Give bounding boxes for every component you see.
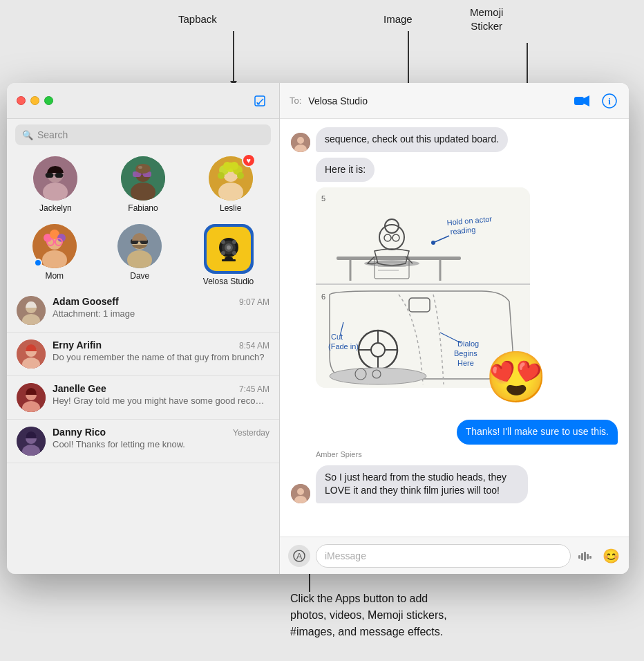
svg-rect-0	[255, 96, 265, 106]
svg-text:(Fade in): (Fade in)	[328, 342, 359, 351]
minimize-button[interactable]	[30, 96, 39, 105]
pinned-fabiano[interactable]: Fabiano	[121, 156, 165, 213]
svg-point-19	[135, 164, 151, 174]
svg-point-27	[218, 172, 225, 179]
conv-danny-time: Yesterday	[233, 428, 269, 438]
conv-danny-preview: Cool! Thanks for letting me know.	[53, 439, 269, 449]
msg-row-amber: So I just heard from the studio heads, t…	[291, 465, 618, 503]
compose-button[interactable]	[250, 91, 269, 111]
conversation-list: Adam Gooseff 9:07 AM Attachment: 1 image	[7, 289, 279, 574]
svg-point-53	[221, 251, 225, 255]
apps-button[interactable]: A	[288, 545, 310, 567]
msg-row-incoming-1: sequence, check out this updated board.	[291, 127, 618, 152]
svg-point-51	[221, 240, 225, 244]
search-bar[interactable]: 🔍 Search	[15, 124, 271, 145]
svg-text:Hold on actor: Hold on actor	[446, 214, 493, 227]
audio-button[interactable]	[576, 546, 596, 566]
msg-bubble-sequence: sequence, check out this updated board.	[316, 127, 508, 152]
svg-rect-8	[46, 173, 53, 178]
svg-text:reading: reading	[450, 225, 476, 236]
apps-description: Click the Apps button to add photos, vid…	[290, 590, 630, 640]
messages-window: 🔍 Search	[7, 83, 629, 574]
pinned-velosa[interactable]: Velosa Studio	[203, 224, 254, 286]
sidebar: 🔍 Search	[7, 83, 280, 574]
svg-text:i: i	[608, 96, 611, 106]
msg-bubble-outgoing: Thanks! I'll make sure to use this.	[457, 420, 618, 445]
conv-adam[interactable]: Adam Gooseff 9:07 AM Attachment: 1 image	[7, 289, 279, 333]
msg-row-hereit: Here it is:	[291, 158, 618, 183]
svg-point-30	[230, 162, 238, 170]
svg-point-83	[384, 234, 391, 241]
svg-point-74	[297, 137, 304, 144]
svg-text:Cut: Cut	[331, 333, 343, 341]
velosa-name: Velosa Studio	[203, 277, 254, 286]
svg-rect-122	[589, 556, 591, 559]
conv-danny[interactable]: Danny Rico Yesterday Cool! Thanks for le…	[7, 420, 279, 463]
svg-rect-56	[222, 259, 236, 261]
conv-janelle-content: Janelle Gee 7:45 AM Hey! Gray told me yo…	[53, 383, 269, 406]
svg-line-111	[440, 333, 461, 343]
leslie-name: Leslie	[220, 203, 241, 213]
conv-erny-name: Erny Arifin	[53, 339, 102, 351]
search-icon: 🔍	[22, 130, 33, 140]
svg-line-1	[258, 99, 263, 104]
svg-point-96	[371, 343, 385, 357]
msg-bubble-amber: So I just heard from the studio heads, t…	[316, 465, 528, 503]
svg-text:Begins: Begins	[454, 349, 477, 357]
svg-point-84	[392, 234, 399, 241]
svg-point-81	[379, 225, 404, 250]
svg-line-3	[258, 104, 260, 104]
msg-bubble-hereit: Here it is:	[316, 158, 375, 183]
image-label: Image	[383, 12, 413, 26]
conv-erny[interactable]: Erny Arifin 8:54 AM Do you remember the …	[7, 333, 279, 376]
svg-marker-70	[584, 95, 589, 106]
svg-point-20	[138, 166, 142, 169]
conv-erny-content: Erny Arifin 8:54 AM Do you remember the …	[53, 339, 269, 362]
svg-rect-118	[578, 555, 580, 559]
to-label: To:	[290, 95, 301, 106]
pinned-contacts: Jackelyn	[7, 151, 279, 216]
svg-text:Dialog: Dialog	[457, 339, 479, 348]
svg-point-93	[431, 241, 435, 245]
svg-rect-9	[55, 173, 63, 178]
traffic-lights	[17, 96, 53, 105]
message-input[interactable]: iMessage	[316, 544, 571, 568]
memoji-sticker: 😍	[485, 352, 547, 402]
svg-point-50	[227, 245, 231, 250]
sidebar-titlebar	[7, 83, 279, 119]
close-button[interactable]	[17, 96, 26, 105]
chat-titlebar: To: Velosa Studio i	[280, 83, 629, 119]
conv-adam-preview: Attachment: 1 image	[53, 308, 269, 319]
chat-panel: To: Velosa Studio i	[280, 83, 629, 574]
unread-dot	[34, 259, 42, 267]
conv-janelle[interactable]: Janelle Gee 7:45 AM Hey! Gray told me yo…	[7, 376, 279, 420]
tapback-arrow	[233, 31, 234, 86]
svg-line-92	[433, 236, 449, 243]
chat-actions: i	[572, 91, 619, 111]
fabiano-name: Fabiano	[128, 203, 158, 213]
svg-point-28	[237, 172, 244, 179]
conv-danny-name: Danny Rico	[53, 427, 106, 438]
conv-janelle-name: Janelle Gee	[53, 383, 106, 394]
maximize-button[interactable]	[44, 96, 53, 105]
mom-name: Mom	[45, 271, 64, 281]
pinned-leslie[interactable]: ♥ Leslie	[209, 156, 253, 213]
svg-rect-77	[337, 257, 461, 260]
dave-name: Dave	[130, 271, 149, 281]
pinned-dave[interactable]: Dave	[117, 224, 162, 286]
svg-rect-101	[409, 298, 430, 312]
svg-rect-69	[574, 97, 584, 105]
emoji-button[interactable]: 😊	[601, 546, 621, 566]
info-button[interactable]: i	[600, 91, 619, 111]
pinned-jackelyn[interactable]: Jackelyn	[33, 156, 77, 213]
conv-adam-name: Adam Gooseff	[53, 296, 119, 307]
search-placeholder: Search	[37, 129, 68, 140]
msg-row-outgoing: Thanks! I'll make sure to use this.	[291, 420, 618, 445]
video-call-button[interactable]	[572, 91, 591, 111]
svg-rect-119	[581, 553, 583, 560]
pinned-mom[interactable]: Mom	[32, 224, 77, 286]
svg-point-54	[232, 251, 236, 255]
svg-text:A: A	[296, 551, 303, 561]
conv-erny-preview: Do you remember the name of that guy fro…	[53, 352, 269, 362]
conv-janelle-preview: Hey! Gray told me you might have some go…	[53, 395, 269, 406]
